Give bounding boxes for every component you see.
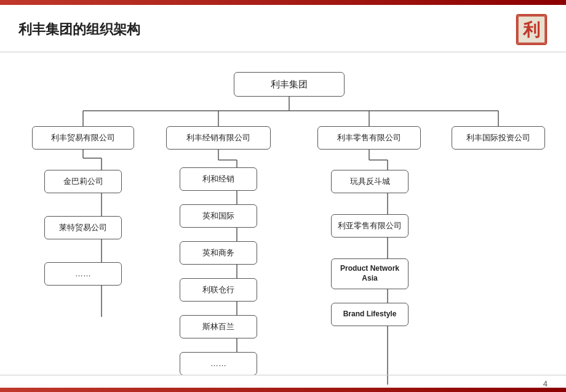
page-number: 4 xyxy=(543,379,548,388)
col4-parent: 利丰国际投资公司 xyxy=(452,126,545,150)
col1-child-2: 莱特贸易公司 xyxy=(44,216,122,239)
root-node: 利丰集团 xyxy=(234,72,345,97)
col2-child-2: 英和国际 xyxy=(180,204,257,228)
col1-child-1: 金巴莉公司 xyxy=(44,170,122,193)
top-bar xyxy=(0,0,566,5)
page-title: 利丰集团的组织架构 xyxy=(18,20,140,39)
col2-child-6: …… xyxy=(180,352,257,375)
col2-parent: 利丰经销有限公司 xyxy=(166,126,271,150)
header: 利丰集团的组织架构 利 xyxy=(0,5,566,52)
col1-child-3: …… xyxy=(44,262,122,286)
bottom-bar xyxy=(0,388,566,392)
col3-parent: 利丰零售有限公司 xyxy=(317,126,421,150)
col3-child-3: Product Network Asia xyxy=(331,258,409,289)
org-chart: 利丰集团 利丰贸易有限公司 金巴莉公司 莱特贸易公司 …… 利丰经销有限公司 利… xyxy=(12,58,554,385)
main-content: 利丰集团 利丰贸易有限公司 金巴莉公司 莱特贸易公司 …… 利丰经销有限公司 利… xyxy=(0,52,566,385)
col2-child-4: 利联仓行 xyxy=(180,278,257,302)
svg-text:利: 利 xyxy=(522,20,540,39)
col2-child-1: 利和经销 xyxy=(180,167,257,191)
col3-child-1: 玩具反斗城 xyxy=(331,170,409,193)
logo-icon: 利 xyxy=(516,14,548,46)
col3-child-2: 利亚零售有限公司 xyxy=(331,214,409,238)
col1-parent: 利丰贸易有限公司 xyxy=(32,126,134,150)
col2-child-3: 英和商务 xyxy=(180,241,257,265)
col3-child-4: Brand Lifestyle xyxy=(331,303,409,326)
col2-child-5: 斯林百兰 xyxy=(180,315,257,338)
